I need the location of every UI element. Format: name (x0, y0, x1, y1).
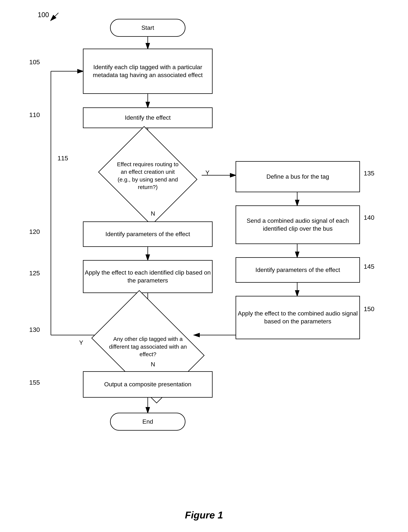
node-110: Identify the effect (83, 107, 212, 128)
label-y-left: Y (79, 339, 83, 346)
node-120: Identify parameters of the effect (83, 221, 212, 247)
label-110: 110 (29, 111, 40, 118)
node-140: Send a combined audio signal of each ide… (236, 205, 360, 244)
node-145: Identify parameters of the effect (236, 257, 360, 283)
label-140: 140 (364, 214, 374, 221)
ref-100: 100 (38, 11, 49, 19)
svg-line-19 (51, 13, 59, 20)
start-node: Start (110, 19, 186, 37)
node-105: Identify each clip tagged with a particu… (83, 49, 212, 94)
end-node: End (110, 413, 186, 431)
label-150: 150 (364, 305, 374, 313)
label-105: 105 (29, 59, 40, 66)
node-135: Define a bus for the tag (236, 161, 360, 192)
node-115-diamond: Effect requires routing to an effect cre… (110, 143, 186, 208)
node-130-diamond: Any other clip tagged with a different t… (102, 313, 194, 381)
label-125: 125 (29, 270, 40, 277)
ref-100-arrow (49, 11, 60, 22)
figure-label: Figure 1 (185, 509, 223, 521)
label-n-down2: N (151, 361, 155, 368)
node-150: Apply the effect to the combined audio s… (236, 296, 360, 339)
diagram-container: 100 Start 105 Identify each clip tagged … (0, 0, 408, 532)
label-145: 145 (364, 263, 374, 270)
node-125: Apply the effect to each identified clip… (83, 260, 212, 293)
label-y-right: Y (205, 169, 209, 176)
node-155: Output a composite presentation (83, 371, 212, 398)
label-115: 115 (58, 154, 68, 162)
node-130-text: Any other clip tagged with a different t… (102, 313, 194, 381)
label-n-down1: N (151, 210, 155, 217)
label-135: 135 (364, 170, 374, 177)
label-120: 120 (29, 228, 40, 235)
label-130: 130 (29, 326, 40, 333)
node-115-text: Effect requires routing to an effect cre… (110, 143, 186, 208)
label-155: 155 (29, 379, 40, 386)
